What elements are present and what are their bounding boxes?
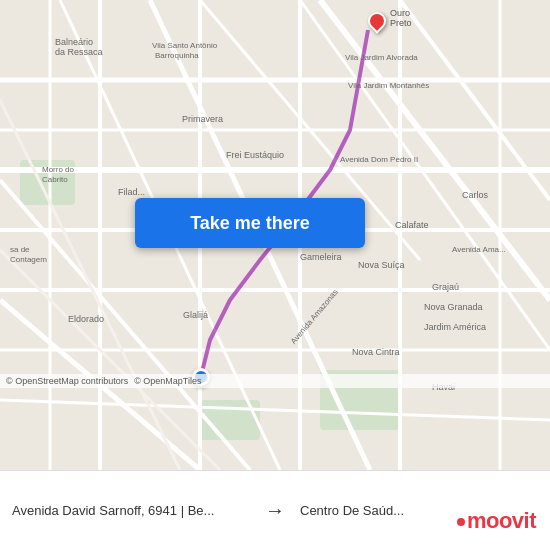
svg-text:sa de: sa de — [10, 245, 30, 254]
svg-text:Cabrito: Cabrito — [42, 175, 68, 184]
svg-text:Nova Suíça: Nova Suíça — [358, 260, 405, 270]
svg-text:Carlos: Carlos — [462, 190, 489, 200]
svg-text:Morro do: Morro do — [42, 165, 75, 174]
origin-section: Avenida David Sarnoff, 6941 | Be... — [12, 503, 260, 518]
svg-text:Frei Eustáquio: Frei Eustáquio — [226, 150, 284, 160]
svg-text:Ouro: Ouro — [390, 8, 410, 18]
svg-text:Filad...: Filad... — [118, 187, 145, 197]
svg-text:Glalijá: Glalijá — [183, 310, 208, 320]
svg-text:Nova Granada: Nova Granada — [424, 302, 483, 312]
origin-text: Avenida David Sarnoff, 6941 | Be... — [12, 503, 250, 518]
map-attribution: © OpenStreetMap contributors © OpenMapTi… — [0, 374, 550, 388]
svg-text:Calafate: Calafate — [395, 220, 429, 230]
take-me-there-button[interactable]: Take me there — [135, 198, 365, 248]
map-container: Balneário da Ressaca Vila Santo Antônio … — [0, 0, 550, 470]
svg-text:Barroquinha: Barroquinha — [155, 51, 199, 60]
bottom-bar: Avenida David Sarnoff, 6941 | Be... → Ce… — [0, 470, 550, 550]
svg-text:da Ressaca: da Ressaca — [55, 47, 103, 57]
svg-text:Primavera: Primavera — [182, 114, 223, 124]
svg-text:Eldorado: Eldorado — [68, 314, 104, 324]
arrow-icon: → — [265, 499, 285, 522]
svg-text:Nova Cintra: Nova Cintra — [352, 347, 400, 357]
svg-text:Contagem: Contagem — [10, 255, 47, 264]
svg-text:Preto: Preto — [390, 18, 412, 28]
svg-text:Jardim América: Jardim América — [424, 322, 486, 332]
svg-text:Avenida Dom Pedro II: Avenida Dom Pedro II — [340, 155, 418, 164]
svg-text:Vila Santo Antônio: Vila Santo Antônio — [152, 41, 218, 50]
svg-text:Grajaú: Grajaú — [432, 282, 459, 292]
destination-pin — [368, 12, 386, 30]
moovit-logo: moovit — [457, 508, 536, 534]
svg-text:Vila Jardim Montanhês: Vila Jardim Montanhês — [348, 81, 429, 90]
svg-text:Avenida Ama...: Avenida Ama... — [452, 245, 506, 254]
svg-text:Balneário: Balneário — [55, 37, 93, 47]
logo-text: moovit — [457, 508, 536, 533]
svg-text:Vila Jardim Alvorada: Vila Jardim Alvorada — [345, 53, 418, 62]
direction-arrow: → — [260, 499, 290, 522]
osm-attribution: © OpenStreetMap contributors — [6, 376, 128, 386]
svg-text:Gameleira: Gameleira — [300, 252, 342, 262]
pin-head — [364, 8, 389, 33]
logo-dot — [457, 518, 465, 526]
omt-attribution: © OpenMapTiles — [134, 376, 201, 386]
